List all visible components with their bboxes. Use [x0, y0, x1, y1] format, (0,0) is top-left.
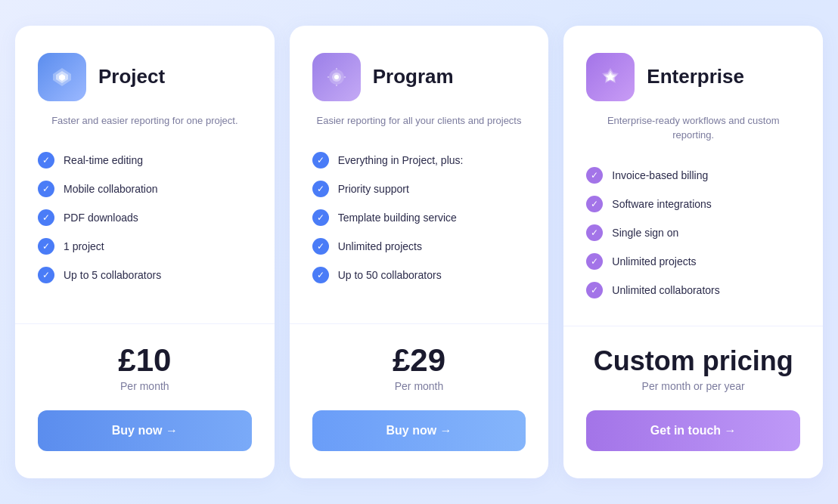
- enterprise-contact-button[interactable]: Get in touch →: [586, 410, 800, 451]
- check-icon: ✓: [586, 282, 603, 298]
- enterprise-title: Enterprise: [647, 65, 744, 88]
- program-icon: [324, 65, 349, 89]
- enterprise-card-header: Enterprise: [586, 53, 800, 101]
- list-item: ✓ Unlimited projects: [586, 247, 800, 276]
- enterprise-subtitle: Enterprise-ready workflows and custom re…: [586, 113, 800, 143]
- check-icon: ✓: [586, 196, 603, 212]
- project-icon-box: [38, 53, 86, 101]
- enterprise-card: Enterprise Enterprise-ready workflows an…: [563, 26, 823, 478]
- feature-label: 1 project: [64, 240, 104, 252]
- check-icon: ✓: [586, 224, 603, 241]
- feature-label: Real-time editing: [64, 154, 143, 166]
- list-item: ✓ Unlimited collaborators: [586, 276, 800, 305]
- program-subtitle: Easier reporting for all your clients an…: [312, 113, 526, 128]
- svg-point-5: [334, 75, 339, 79]
- project-buy-button[interactable]: Buy now →: [38, 410, 252, 451]
- feature-label: Unlimited projects: [612, 255, 696, 267]
- list-item: ✓ Real-time editing: [38, 146, 252, 175]
- check-icon: ✓: [586, 167, 603, 184]
- pricing-container: Project Faster and easier reporting for …: [15, 26, 823, 478]
- feature-label: Priority support: [338, 183, 409, 195]
- project-price-period: Per month: [38, 380, 252, 392]
- check-icon: ✓: [38, 181, 54, 197]
- enterprise-icon-box: [586, 53, 635, 101]
- feature-label: Everything in Project, plus:: [338, 154, 464, 166]
- enterprise-price-section: Custom pricing Per month or per year: [586, 345, 800, 392]
- divider: [290, 323, 549, 324]
- program-title: Program: [373, 65, 454, 88]
- program-features: ✓ Everything in Project, plus: ✓ Priorit…: [312, 146, 526, 302]
- feature-label: PDF downloads: [64, 212, 138, 224]
- check-icon: ✓: [312, 267, 329, 283]
- list-item: ✓ Everything in Project, plus:: [312, 146, 526, 175]
- check-icon: ✓: [38, 152, 54, 169]
- project-price: £10: [38, 342, 252, 379]
- project-icon: [50, 65, 74, 89]
- enterprise-features: ✓ Invoice-based billing ✓ Software integ…: [586, 161, 800, 305]
- divider: [15, 323, 275, 324]
- check-icon: ✓: [312, 181, 329, 197]
- feature-label: Software integrations: [612, 198, 712, 210]
- program-card: Program Easier reporting for all your cl…: [290, 26, 549, 478]
- enterprise-price-note: Per month or per year: [586, 380, 800, 392]
- check-icon: ✓: [38, 238, 54, 255]
- feature-label: Unlimited projects: [338, 240, 422, 252]
- list-item: ✓ Software integrations: [586, 190, 800, 218]
- feature-label: Unlimited collaborators: [612, 284, 719, 296]
- feature-label: Up to 50 collaborators: [338, 269, 442, 281]
- program-card-header: Program: [312, 53, 526, 101]
- feature-label: Mobile collaboration: [64, 183, 158, 195]
- project-features: ✓ Real-time editing ✓ Mobile collaborati…: [38, 146, 252, 302]
- divider: [563, 326, 823, 326]
- check-icon: ✓: [312, 209, 329, 226]
- list-item: ✓ 1 project: [38, 232, 252, 261]
- check-icon: ✓: [38, 267, 54, 283]
- list-item: ✓ Template building service: [312, 203, 526, 232]
- program-price-section: £29 Per month: [312, 342, 526, 392]
- program-icon-box: [312, 53, 361, 101]
- project-title: Project: [98, 65, 165, 88]
- check-icon: ✓: [586, 253, 603, 270]
- check-icon: ✓: [312, 152, 329, 169]
- check-icon: ✓: [312, 238, 329, 255]
- project-card-header: Project: [38, 53, 252, 101]
- feature-label: Up to 5 collaborators: [64, 269, 161, 281]
- enterprise-custom-price: Custom pricing: [586, 345, 800, 377]
- list-item: ✓ Priority support: [312, 175, 526, 203]
- feature-label: Single sign on: [612, 227, 678, 239]
- feature-label: Template building service: [338, 212, 457, 224]
- program-price-period: Per month: [312, 380, 526, 392]
- check-icon: ✓: [38, 209, 54, 226]
- list-item: ✓ Up to 5 collaborators: [38, 261, 252, 289]
- list-item: ✓ Up to 50 collaborators: [312, 261, 526, 289]
- program-price: £29: [312, 342, 526, 379]
- project-card: Project Faster and easier reporting for …: [15, 26, 275, 478]
- feature-label: Invoice-based billing: [612, 169, 708, 181]
- project-subtitle: Faster and easier reporting for one proj…: [38, 113, 252, 128]
- program-buy-button[interactable]: Buy now →: [312, 410, 526, 451]
- list-item: ✓ Mobile collaboration: [38, 175, 252, 203]
- list-item: ✓ Single sign on: [586, 218, 800, 247]
- list-item: ✓ Invoice-based billing: [586, 161, 800, 190]
- enterprise-icon: [598, 65, 622, 89]
- list-item: ✓ Unlimited projects: [312, 232, 526, 261]
- project-price-section: £10 Per month: [38, 342, 252, 392]
- list-item: ✓ PDF downloads: [38, 203, 252, 232]
